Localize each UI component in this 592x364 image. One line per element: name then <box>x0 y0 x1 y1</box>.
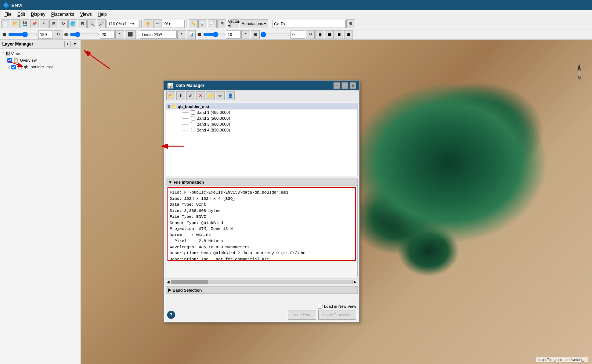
dm-person-btn[interactable]: 👤 <box>226 91 235 100</box>
dm-band-2[interactable]: ├── Band 2 (560.0000) <box>166 115 357 121</box>
chart-btn[interactable]: 📊 <box>198 19 207 28</box>
globe-btn[interactable]: 🌐 <box>68 19 77 28</box>
dm-delete-btn[interactable]: ✕ <box>196 91 205 100</box>
nav-btn[interactable]: ⇦ <box>153 19 162 28</box>
zoom-slider[interactable] <box>260 32 290 37</box>
zoom-in-btn[interactable]: 🔍 <box>87 19 96 28</box>
dm-load-row: Load in New View <box>167 304 356 309</box>
layer-down-btn[interactable]: ▼ <box>72 41 78 47</box>
dm-band-4[interactable]: └── Band 4 (830.0000) <box>166 127 357 133</box>
dm-minimize-btn[interactable]: ─ <box>333 82 340 89</box>
opacity-slider[interactable] <box>203 32 225 37</box>
refresh-btn-1[interactable]: ↻ <box>54 30 62 39</box>
overview-checkbox[interactable] <box>7 58 12 63</box>
menu-file[interactable]: File <box>1 11 14 18</box>
dm-band1-checkbox[interactable] <box>191 110 195 115</box>
menu-bar: File Edit Display Placemarks Views Help <box>0 10 592 18</box>
zoom-dropdown[interactable]: 110.0% (1.1::▾ <box>107 20 140 28</box>
dm-pencil-btn[interactable]: ✏ <box>216 91 225 100</box>
measure-btn[interactable]: 📏 <box>189 19 198 28</box>
table-btn[interactable]: ⊞ <box>217 19 226 28</box>
compass-indicator: N <box>574 62 585 82</box>
color-btn[interactable]: ⬛ <box>125 30 136 39</box>
stretch-dropdown[interactable]: Linear 2%▾ <box>140 30 177 39</box>
dm-band-1[interactable]: ├── Band 1 (485.0000) <box>166 109 357 115</box>
expand-icon-view: ⊟ <box>1 52 4 56</box>
dm-band3-checkbox[interactable] <box>191 122 195 126</box>
contrast-value[interactable]: 20 <box>100 30 115 39</box>
file-info-header[interactable]: ▼ File Information <box>166 179 357 186</box>
vectors-btn[interactable]: Vectors ▾ <box>230 19 239 28</box>
opacity-value[interactable]: 10 <box>226 30 241 39</box>
angle-dropdown[interactable]: 0°▾ <box>163 20 185 28</box>
dm-window-controls: ─ □ ✕ <box>333 82 356 89</box>
refresh-btn-3[interactable]: ↻ <box>177 30 186 39</box>
layer-item-qb[interactable]: ⊞ 📋 qb_boulder_msi <box>1 64 79 70</box>
open-btn[interactable]: 📂 <box>11 19 20 28</box>
dm-maximize-btn[interactable]: □ <box>342 82 348 89</box>
dm-close-btn[interactable]: ✕ <box>350 82 356 89</box>
annotations-btn[interactable]: Annotations ▾ <box>240 19 268 28</box>
save-btn[interactable]: 💾 <box>21 19 29 28</box>
load-new-view-checkbox[interactable] <box>318 304 322 309</box>
dm-help-btn[interactable]: ? <box>167 311 175 319</box>
map-area[interactable]: N https://blog.csdn.net/weixin_... 📊 Dat… <box>81 40 592 364</box>
separator-t2 <box>138 31 138 38</box>
tool-btn-2[interactable]: ◼ <box>325 30 334 39</box>
layer-item-overview[interactable]: 📋 Overview <box>1 57 79 64</box>
zoom-fit-btn[interactable]: ⊡ <box>78 19 87 28</box>
layer-up-btn[interactable]: ▲ <box>64 41 71 47</box>
brightness-slider[interactable] <box>8 32 37 37</box>
goto-dropdown[interactable]: Go To <box>272 20 346 28</box>
refresh-btn-5[interactable]: ↻ <box>306 30 315 39</box>
zoom-out-btn[interactable]: 🔎 <box>97 19 106 28</box>
load-data-btn[interactable]: Load Data <box>288 310 316 320</box>
circle-indicator-3 <box>198 33 201 36</box>
band-selection-expand-icon: ▶ <box>168 288 171 292</box>
zoom-value-2[interactable]: 0 <box>290 30 305 39</box>
tool-btn-1[interactable]: ◼ <box>315 30 324 39</box>
menu-views[interactable]: Views <box>77 11 95 18</box>
tool-btn-4[interactable]: ◼ <box>344 30 353 39</box>
dm-band2-checkbox[interactable] <box>191 116 195 120</box>
rotate-btn[interactable]: ↻ <box>59 19 68 28</box>
dm-check-btn[interactable]: ✔ <box>186 91 195 100</box>
load-grayscale-btn[interactable]: Load Grayscale <box>318 310 356 320</box>
dm-band-3[interactable]: ├── Band 3 (660.0000) <box>166 121 357 127</box>
dm-tree-root[interactable]: ⊟ 📁 qb_boulder_msi <box>166 103 357 109</box>
histogram-btn[interactable]: 📊 <box>187 30 196 39</box>
pan-btn[interactable]: ✋ <box>144 19 152 28</box>
menu-edit[interactable]: Edit <box>14 11 28 18</box>
settings-btn[interactable]: ⚙ <box>346 19 355 28</box>
band-selection-header[interactable]: ▶ Band Selection <box>166 286 357 293</box>
file-info-title: File Information <box>174 180 204 184</box>
cursor-btn[interactable]: ↖ <box>40 19 48 28</box>
qb-checkbox[interactable] <box>11 65 16 69</box>
layer-btn[interactable]: ⊞ <box>251 30 260 39</box>
scroll-left-btn[interactable]: ◀ <box>166 280 171 284</box>
layer-group-view[interactable]: ⊟ 🖼 View <box>1 50 79 57</box>
new-btn[interactable]: 📄 <box>1 19 10 28</box>
h-scrollbar[interactable] <box>171 280 353 284</box>
file-info-content[interactable]: File: F:\public\Exelis\ENVI53\data\qb_bo… <box>167 187 356 261</box>
tool-btn-3[interactable]: ◼ <box>335 30 343 39</box>
pin-btn[interactable]: 📌 <box>30 19 39 28</box>
menu-display[interactable]: Display <box>28 11 48 18</box>
svg-text:N: N <box>578 75 581 80</box>
scroll-right-btn[interactable]: ▶ <box>353 280 358 284</box>
load-new-view-label[interactable]: Load in New View <box>318 304 356 309</box>
grid-btn[interactable]: ⊞ <box>49 19 58 28</box>
refresh-btn-2[interactable]: ↻ <box>115 30 124 39</box>
brightness-value[interactable]: 150 <box>38 30 53 39</box>
menu-help[interactable]: Help <box>95 11 110 18</box>
band-selection-title: Band Selection <box>173 288 202 292</box>
dm-title: Data Manager <box>176 83 205 88</box>
profile-btn[interactable]: 📈 <box>208 19 217 28</box>
refresh-btn-4[interactable]: ↻ <box>241 30 250 39</box>
dm-up-btn[interactable]: ⬆ <box>176 91 185 100</box>
dm-open-btn[interactable]: 📂 <box>166 91 175 100</box>
contrast-slider[interactable] <box>70 32 99 37</box>
menu-placemarks[interactable]: Placemarks <box>48 11 77 18</box>
dm-star-btn[interactable]: ⭐ <box>206 91 215 100</box>
dm-band4-checkbox[interactable] <box>191 128 195 132</box>
